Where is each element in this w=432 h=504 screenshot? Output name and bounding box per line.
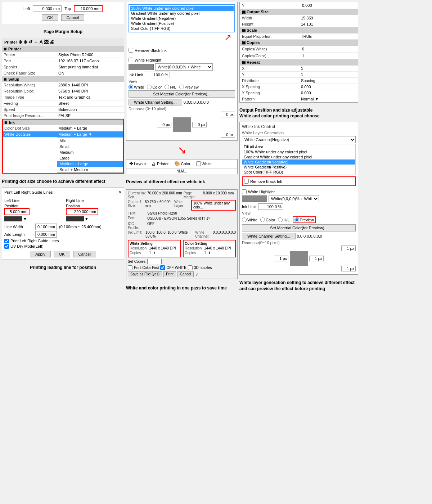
white-tab-check[interactable] [196,161,201,166]
remove-black-checkbox-ctrl[interactable] [244,179,249,184]
wl-item-100pct[interactable]: 100% White under any colored pixel [242,149,355,154]
radio-preview-ctrl[interactable]: Preview [293,216,316,223]
px-top-ctrl-input[interactable] [341,246,356,251]
ink-limit-ctrl-input[interactable] [258,203,283,210]
white-gradient-dropdown[interactable]: White Gradient(Negative) [242,136,356,143]
dropdown-item-medium[interactable]: Medium [57,149,123,155]
top-input[interactable] [74,5,103,12]
check-guide-lines[interactable] [4,239,9,243]
line-width-input[interactable] [35,224,57,230]
radio-color-ctrl[interactable]: Color [260,217,275,222]
list-item-gradient-white[interactable]: Gradient White under any colored pixel [130,11,234,16]
apply-button[interactable]: Apply [30,251,51,257]
save-file-btn[interactable]: Save as File*(yes) [128,271,162,277]
px-right-ctrl-input[interactable] [309,256,324,261]
prop-value: 5760 x 1440 DPI [57,88,124,94]
cancel-btn[interactable]: Cancel [177,271,194,277]
radio-hl-top[interactable]: H/L [165,85,176,89]
list-item-gradient-neg[interactable]: White Gradient(Negative) [130,16,234,21]
white-option-dropdown-ctrl[interactable]: White(0,0,0,0)% + White [269,195,319,202]
dot-size-dropdown[interactable]: Mix Small Medium Large Medium + Large Sm… [57,138,123,173]
white-layer-control-list[interactable]: Fill All Area 100% White under any color… [242,144,356,175]
white-copies-stepper[interactable]: ⬆ [153,251,156,255]
white-layer-list-top[interactable]: 100% White under any colored pixel Gradi… [129,4,235,32]
icon-select[interactable]: ⊕ [23,39,27,45]
left-pos-input[interactable] [4,208,30,215]
left-color-dropdown[interactable]: ▼ [23,217,27,221]
px-left-ctrl-input[interactable] [274,256,288,261]
radio-preview-top[interactable]: Preview [179,85,199,89]
remove-black-checkbox-top[interactable] [129,48,133,53]
guide-caption: Printing leading line for position [2,264,124,271]
check-uv[interactable] [4,244,9,249]
add-length-input[interactable] [35,231,57,238]
wl-item-spot-color[interactable]: Spot Color(TIFF RGB) [242,170,355,175]
dropdown-item-mix[interactable]: Mix [57,138,123,144]
wl-item-gradient-white[interactable]: Gradient White under any colored pixel [242,154,355,159]
icon-image[interactable]: 🖼 [44,39,49,45]
wl-item-gradient-pos[interactable]: White Gradient(Positive) [242,165,355,170]
3d-nozzles-check[interactable] [188,265,193,270]
wl-item-gradient-neg[interactable]: White Gradient(Negative) [242,159,355,165]
set-copies-input[interactable] [147,259,162,264]
color-copies-stepper[interactable]: ⬆ [208,251,211,255]
white-dot-row[interactable]: White Dot Size Medium + Large ▼ [3,131,123,138]
cancel-button[interactable]: Cancel [61,14,84,21]
white-channel-btn-top[interactable]: White Channel Setting... [129,99,182,105]
radio-white-ctrl[interactable]: White [242,217,257,222]
set-material-btn-top[interactable]: Set Material Color(for Preview)... [129,90,235,98]
ok-button[interactable]: OK [42,14,58,21]
ink-limit-input-top[interactable] [145,72,170,78]
mini-val-5a: OFF [147,222,154,230]
list-item-gradient-pos[interactable]: White Gradient(Positive) [130,21,234,26]
radio-hl-ctrl[interactable]: H/L [278,217,289,222]
icon-flip[interactable]: ↔ [33,39,38,45]
wl-item-fill[interactable]: Fill All Area [242,144,355,149]
white-highlight-checkbox-ctrl[interactable] [242,189,247,194]
pattern-dropdown-icon[interactable]: ▼ [315,97,319,101]
tab-white[interactable]: White [193,161,215,167]
px-bottom-ctrl-input[interactable] [341,266,356,271]
tab-color[interactable]: 🎨 Color [171,160,193,167]
guide-close-icon[interactable]: ✕ [118,190,122,195]
dropdown-item-large[interactable]: Large [57,155,123,161]
px-bottom-input[interactable] [221,132,235,138]
icon-rotate[interactable]: ↺ [28,39,32,45]
tab-layout[interactable]: ✤ Layout [126,160,149,167]
y-input[interactable] [301,3,345,8]
color-copies-label: Copies [185,251,203,255]
guide-cancel-button[interactable]: Cancel [73,251,96,257]
px-right-input[interactable] [192,122,207,127]
print-btn[interactable]: Print [163,271,176,277]
radio-white-top[interactable]: White [129,85,144,89]
white-highlight-checkbox-top[interactable] [129,58,133,62]
icon-print[interactable]: 🖨 [50,39,54,45]
print-color-first-check[interactable] [128,265,132,270]
right-pos-input[interactable] [66,208,98,215]
list-item-100pct[interactable]: 100% White under any colored pixel [130,6,234,11]
decrease-grid-ctrl [242,246,356,271]
copies-color-input[interactable] [301,53,345,58]
set-material-btn-ctrl[interactable]: Set Material Color(for Preview)... [242,224,356,231]
white-channel-btn-ctrl[interactable]: White Channel Setting... [242,233,296,239]
icon-text[interactable]: A [39,39,42,45]
off-white-check[interactable] [160,265,165,270]
tab-printer[interactable]: 🖨 Printer [149,160,171,167]
px-top-input[interactable] [221,112,235,117]
check-guide-lines-row: Print Left Right Guide Lines [4,239,122,243]
dropdown-item-small-medium[interactable]: Small + Medium [57,167,123,172]
dropdown-item-small[interactable]: Small [57,144,123,149]
guide-ok-button[interactable]: OK [54,251,70,257]
right-color-dropdown[interactable]: ▼ [85,217,89,221]
radio-color-top[interactable]: Color [147,85,162,89]
icon-move[interactable]: ⊕ [18,39,22,45]
decrease-label-top: Decrease(0~10 pixel) [129,107,235,111]
dropdown-item-medium-large[interactable]: Medium + Large [57,161,123,167]
white-option-dropdown[interactable]: White(0,0,0,0)% + White [155,63,213,71]
save-print-row: Save as File*(yes) Print Cancel ✓ [128,271,236,277]
copies-white-input[interactable] [301,46,345,51]
list-item-spot-color[interactable]: Spot Color(TIFF RGB) [130,26,234,31]
white-layer-caption: White layer generation setting to achiev… [239,280,358,292]
px-left-input[interactable] [157,122,171,127]
left-input[interactable] [33,5,62,12]
